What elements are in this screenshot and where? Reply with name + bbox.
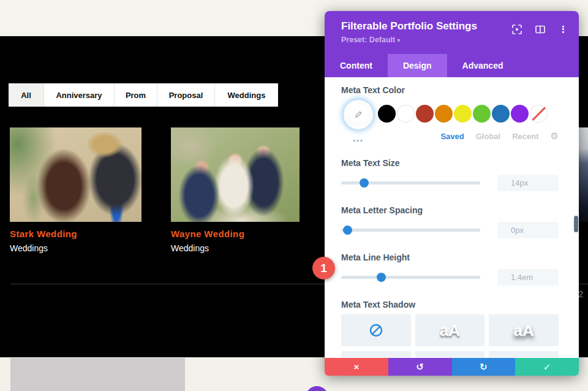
text-shadow-presets: aA aA xyxy=(341,314,559,357)
slider-handle[interactable] xyxy=(377,273,386,282)
meta-line-height-label: Meta Line Height xyxy=(341,252,559,262)
discard-button[interactable]: × xyxy=(325,358,388,376)
swatch-green[interactable] xyxy=(473,105,491,123)
swatch-link-row: Saved Global Recent ⚙ xyxy=(375,131,559,142)
meta-text-color-control: ••• Saved xyxy=(341,101,559,144)
eyedropper-icon xyxy=(353,110,363,120)
meta-letter-spacing-option: Meta Letter Spacing xyxy=(341,205,559,238)
shadow-preset-row2[interactable] xyxy=(489,351,559,357)
filter-all[interactable]: All xyxy=(9,83,44,107)
modal-tab-bar: Content Design Advanced xyxy=(325,54,579,77)
pagination-page-2[interactable]: 2 xyxy=(578,289,583,299)
undo-button[interactable]: ↺ xyxy=(388,358,452,376)
meta-text-shadow-option: Meta Text Shadow aA aA xyxy=(341,300,559,357)
modal-footer: × ↺ ↻ ✓ xyxy=(325,358,579,376)
modal-scrollbar-thumb[interactable] xyxy=(574,216,578,232)
swatch-yellow[interactable] xyxy=(454,105,472,123)
color-swatch-row xyxy=(378,105,559,123)
shadow-preset-row2[interactable] xyxy=(415,351,485,357)
filterable-portfolio-settings-modal: Filterable Portfolio Settings Preset: De… xyxy=(325,11,579,376)
meta-text-shadow-label: Meta Text Shadow xyxy=(341,300,559,309)
portfolio-category: Weddings xyxy=(10,243,141,253)
shadow-preset-soft[interactable]: aA xyxy=(415,314,485,346)
slider-handle[interactable] xyxy=(343,226,352,235)
portfolio-image[interactable] xyxy=(171,127,300,222)
swatch-black[interactable] xyxy=(378,105,396,123)
filter-anniversary[interactable]: Anniversary xyxy=(44,83,115,107)
shadow-preset-none[interactable] xyxy=(341,314,411,346)
portfolio-item: Wayne Wedding Weddings xyxy=(171,127,300,253)
portfolio-filter-bar: All Anniversary Prom Proposal Weddings xyxy=(9,83,278,107)
meta-letter-spacing-slider[interactable] xyxy=(341,229,480,232)
portfolio-category: Weddings xyxy=(171,243,300,253)
modal-header[interactable]: Filterable Portfolio Settings Preset: De… xyxy=(325,11,579,54)
meta-text-size-option: Meta Text Size xyxy=(341,158,559,191)
swatches-recent-link[interactable]: Recent xyxy=(512,132,538,141)
meta-text-size-input[interactable] xyxy=(497,175,559,191)
meta-line-height-slider[interactable] xyxy=(341,276,480,279)
preset-label: Preset: Default xyxy=(341,36,395,44)
modal-body: Meta Text Color ••• xyxy=(325,77,579,357)
shadow-preset-strong[interactable]: aA xyxy=(489,314,559,346)
shadow-sample-text: aA xyxy=(514,321,534,340)
color-picker-button[interactable] xyxy=(344,101,372,129)
step-annotation-badge: 1 xyxy=(312,257,335,279)
next-section-image-placeholder xyxy=(10,358,185,391)
portfolio-title[interactable]: Wayne Wedding xyxy=(171,229,300,239)
meta-text-color-label: Meta Text Color xyxy=(341,85,559,95)
swatch-blue[interactable] xyxy=(492,105,510,123)
swatches-global-link[interactable]: Global xyxy=(476,132,500,141)
slider-handle[interactable] xyxy=(360,178,369,188)
shadow-sample-text: aA xyxy=(440,321,460,340)
swatch-white[interactable] xyxy=(397,105,415,123)
swatch-red[interactable] xyxy=(416,105,434,123)
tab-content[interactable]: Content xyxy=(325,54,388,77)
meta-line-height-input[interactable] xyxy=(497,269,559,286)
no-shadow-icon xyxy=(369,323,383,338)
shadow-preset-row2[interactable] xyxy=(341,351,411,357)
meta-text-size-slider[interactable] xyxy=(341,181,480,184)
filter-prom[interactable]: Prom xyxy=(115,83,157,107)
swatches-saved-link[interactable]: Saved xyxy=(440,132,464,141)
tab-design[interactable]: Design xyxy=(388,54,447,77)
tab-advanced[interactable]: Advanced xyxy=(447,54,519,77)
save-button[interactable]: ✓ xyxy=(515,358,579,376)
preset-selector[interactable]: Preset: Default▾ xyxy=(341,36,568,44)
filter-weddings[interactable]: Weddings xyxy=(215,83,278,107)
portfolio-item: Stark Wedding Weddings xyxy=(10,127,141,253)
portfolio-title[interactable]: Stark Wedding xyxy=(10,229,141,239)
portfolio-image[interactable] xyxy=(10,127,141,222)
split-view-icon[interactable] xyxy=(535,25,545,34)
meta-letter-spacing-input[interactable] xyxy=(497,222,559,238)
chevron-down-icon: ▾ xyxy=(397,37,400,44)
portfolio-image-partial[interactable] xyxy=(579,127,588,222)
focus-zoom-icon[interactable] xyxy=(512,25,522,34)
swatch-orange[interactable] xyxy=(435,105,453,123)
meta-letter-spacing-label: Meta Letter Spacing xyxy=(341,205,559,215)
filter-proposal[interactable]: Proposal xyxy=(157,83,215,107)
meta-text-size-label: Meta Text Size xyxy=(341,158,559,168)
meta-line-height-option: Meta Line Height xyxy=(341,252,559,286)
redo-button[interactable]: ↻ xyxy=(452,358,516,376)
swatch-none[interactable] xyxy=(530,105,548,123)
kebab-menu-icon[interactable]: ⋮ xyxy=(559,25,568,34)
swatch-purple[interactable] xyxy=(511,105,529,123)
divi-builder-viewport: All Anniversary Prom Proposal Weddings S… xyxy=(0,0,588,391)
swatch-options-dots[interactable]: ••• xyxy=(353,137,364,144)
gear-icon[interactable]: ⚙ xyxy=(551,131,559,142)
